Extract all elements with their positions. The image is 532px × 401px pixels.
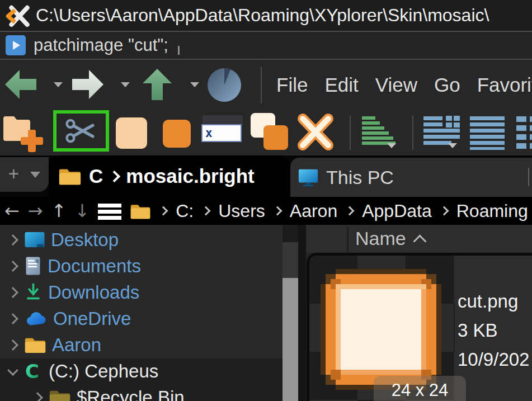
disk-usage-button[interactable] xyxy=(207,68,242,105)
menu-file[interactable]: File xyxy=(276,74,308,96)
this-pc-icon xyxy=(298,167,319,187)
view-details-button[interactable] xyxy=(469,115,506,152)
tab-folder-label: mosaic.bright xyxy=(126,165,254,187)
delete-x-icon xyxy=(294,113,337,151)
scrollbar-thumb[interactable] xyxy=(283,278,298,401)
actions-toolbar: x xyxy=(0,110,532,155)
forward-arrow-icon xyxy=(69,67,106,102)
file-info: cut.png 3 KB 10/9/202 xyxy=(458,287,529,374)
chevron-right-icon xyxy=(159,206,168,216)
view-grid-button[interactable] xyxy=(515,115,532,152)
text-caret xyxy=(178,46,180,55)
delete-button[interactable] xyxy=(294,113,337,153)
hamburger-menu-icon[interactable] xyxy=(98,204,121,220)
menu-edit[interactable]: Edit xyxy=(324,74,358,96)
pane-divider xyxy=(298,225,306,401)
tree-item-drive-c[interactable]: C (C:) Cepheus xyxy=(0,358,283,384)
menu-bar: File Edit View Go Favorites xyxy=(276,60,532,110)
sort-icon xyxy=(360,115,398,150)
expander-icon[interactable] xyxy=(7,339,18,351)
tree-item-recycle-bin[interactable]: $Recycle Bin xyxy=(0,384,283,401)
chevron-right-icon xyxy=(201,206,211,216)
toolbar-separator xyxy=(412,115,413,150)
tree-item-label: (C:) Cepheus xyxy=(49,361,158,382)
scrollbar-track[interactable] xyxy=(283,242,298,278)
breadcrumb-segment-users[interactable]: Users xyxy=(218,201,265,221)
copy-button[interactable] xyxy=(116,117,147,149)
expander-icon[interactable] xyxy=(7,365,18,376)
folder-icon xyxy=(24,336,46,354)
xyplorer-logo-icon xyxy=(4,3,30,28)
command-input-text[interactable]: patchimage "cut"; xyxy=(34,35,168,55)
column-divider[interactable] xyxy=(347,227,349,253)
up-arrow-icon xyxy=(139,67,176,102)
breadcrumb-forward-icon[interactable]: → xyxy=(28,200,43,221)
menu-view[interactable]: View xyxy=(375,74,417,96)
svg-text:C: C xyxy=(25,361,39,381)
expander-icon[interactable] xyxy=(32,392,43,401)
menu-go[interactable]: Go xyxy=(434,74,460,96)
navigation-toolbar: File Edit View Go Favorites xyxy=(0,60,532,110)
rename-icon: x xyxy=(201,124,242,142)
tab-list-dropdown[interactable] xyxy=(30,172,40,178)
tree-item-documents[interactable]: Documents xyxy=(0,253,283,279)
breadcrumb-segment-roaming[interactable]: Roaming xyxy=(456,201,528,221)
paste-button[interactable] xyxy=(163,120,191,148)
chevron-right-icon xyxy=(272,206,282,216)
expander-icon[interactable] xyxy=(7,313,18,324)
list-header: Name xyxy=(306,225,532,253)
forward-dropdown[interactable] xyxy=(121,82,130,87)
file-size: 3 KB xyxy=(458,316,529,345)
dimensions-text: 24 x 24 xyxy=(392,380,449,401)
column-header-name[interactable]: Name xyxy=(355,228,425,249)
tree-item-downloads[interactable]: Downloads xyxy=(0,279,283,305)
new-folder-button[interactable] xyxy=(2,113,44,155)
breadcrumb-down-icon[interactable]: ↓ xyxy=(74,200,90,221)
folder-tree: Desktop Documents xyxy=(0,225,283,401)
command-bar[interactable]: patchimage "cut"; xyxy=(0,31,532,60)
cut-button-highlighted[interactable] xyxy=(53,110,109,152)
desktop-icon xyxy=(24,230,45,249)
breadcrumb-segment-appdata[interactable]: AppData xyxy=(362,201,432,221)
rename-button[interactable]: x xyxy=(201,114,244,145)
breadcrumb-segment-c[interactable]: C: xyxy=(176,201,194,221)
up-dropdown[interactable] xyxy=(190,82,199,87)
window-title: C:\Users\Aaron\AppData\Roaming\XYplorer\… xyxy=(36,5,489,26)
downloads-icon xyxy=(24,282,43,303)
duplicate-button[interactable] xyxy=(251,113,289,151)
tree-item-aaron[interactable]: Aaron xyxy=(0,332,283,358)
back-button[interactable] xyxy=(2,67,39,105)
sort-button[interactable] xyxy=(360,115,398,152)
forward-button[interactable] xyxy=(69,67,106,105)
file-list: Name xyxy=(306,225,532,401)
tree-item-label: $Recycle Bin xyxy=(77,387,185,401)
tab-label: This PC xyxy=(326,167,394,188)
tab-bar: + C mosaic.bright This PC xyxy=(0,155,532,197)
tab-this-pc[interactable]: This PC xyxy=(290,158,532,197)
tree-item-onedrive[interactable]: OneDrive xyxy=(0,305,283,332)
tab-mosaic-bright[interactable]: C mosaic.bright xyxy=(49,155,290,197)
onedrive-icon xyxy=(24,310,48,327)
expander-icon[interactable] xyxy=(7,261,18,272)
new-folder-icon xyxy=(2,113,44,153)
tree-item-label: Documents xyxy=(48,256,141,277)
breadcrumb-folder-icon[interactable] xyxy=(130,202,151,220)
view-mixed-button[interactable] xyxy=(422,115,460,152)
breadcrumb-back-icon[interactable]: ← xyxy=(4,200,20,221)
breadcrumb-up-icon[interactable]: ↑ xyxy=(51,200,67,221)
back-dropdown[interactable] xyxy=(54,82,63,87)
new-tab-button[interactable]: + xyxy=(8,164,19,183)
up-button[interactable] xyxy=(139,67,176,105)
chevron-right-icon xyxy=(345,206,355,216)
expander-icon[interactable] xyxy=(7,287,18,298)
folder-icon xyxy=(49,388,71,401)
menu-favorites[interactable]: Favorites xyxy=(477,74,532,96)
file-modified-date: 10/9/202 xyxy=(458,345,529,374)
file-row-cut-png[interactable]: 24 x 24 cut.png 3 KB 10/9/202 xyxy=(307,253,532,401)
image-dimensions-badge: 24 x 24 xyxy=(374,376,466,401)
tree-scrollbar[interactable] xyxy=(283,225,298,401)
breadcrumb-segment-aaron[interactable]: Aaron xyxy=(290,201,337,221)
expander-icon[interactable] xyxy=(7,234,18,246)
tab-drive-label: C xyxy=(89,165,103,187)
tree-item-desktop[interactable]: Desktop xyxy=(0,227,283,253)
